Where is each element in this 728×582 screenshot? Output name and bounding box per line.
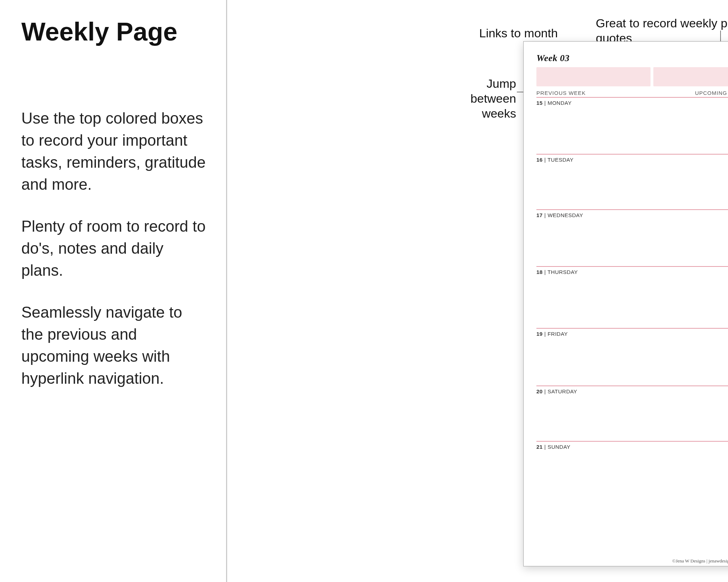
week-label-link[interactable]: Week 03 xyxy=(536,53,569,64)
planner-page: Week 03 JAN 15 - JAN 21 PREVIOUS WEEK UP… xyxy=(523,41,728,566)
previous-week-link[interactable]: PREVIOUS WEEK xyxy=(536,90,586,96)
callout-jump-weeks: Jump between weeks xyxy=(459,76,516,121)
day-block-wednesday[interactable]: 17 | WEDNESDAY xyxy=(536,210,728,267)
planner-header: Week 03 JAN 15 - JAN 21 xyxy=(536,52,728,64)
callout-links-to-month: Links to month xyxy=(479,26,579,41)
week-nav-row: PREVIOUS WEEK UPCOMING WEEK xyxy=(536,89,728,98)
days-column: PREVIOUS WEEK UPCOMING WEEK 15 | MONDAY1… xyxy=(536,89,728,533)
upcoming-week-link[interactable]: UPCOMING WEEK xyxy=(695,90,728,96)
left-description-column: Weekly Page Use the top colored boxes to… xyxy=(0,0,226,582)
priority-boxes-row xyxy=(536,67,728,86)
priority-box-1[interactable] xyxy=(536,67,651,86)
callout-jump-line-3: weeks xyxy=(482,107,516,120)
planner-body: Week 03 JAN 15 - JAN 21 PREVIOUS WEEK UP… xyxy=(524,42,728,566)
desc-para-1: Use the top colored boxes to record your… xyxy=(21,107,206,195)
day-label: 17 | WEDNESDAY xyxy=(536,212,728,218)
description-block: Use the top colored boxes to record your… xyxy=(21,107,206,389)
right-preview-column: Great to record weekly priorities, grati… xyxy=(226,0,728,582)
day-block-sunday[interactable]: 21 | SUNDAY xyxy=(536,442,728,494)
day-block-saturday[interactable]: 20 | SATURDAY xyxy=(536,386,728,442)
priority-box-2[interactable] xyxy=(653,67,728,86)
day-block-friday[interactable]: 19 | FRIDAY xyxy=(536,329,728,386)
day-label: 15 | MONDAY xyxy=(536,100,728,106)
desc-para-3: Seamlessly navigate to the previous and … xyxy=(21,301,206,389)
page-title: Weekly Page xyxy=(21,17,206,46)
planner-content-row: PREVIOUS WEEK UPCOMING WEEK 15 | MONDAY1… xyxy=(536,89,728,533)
callout-jump-line-1: Jump xyxy=(487,77,516,90)
day-label: 20 | SATURDAY xyxy=(536,388,728,394)
day-block-thursday[interactable]: 18 | THURSDAY xyxy=(536,267,728,329)
callout-jump-line-2: between xyxy=(470,92,516,105)
day-label: 21 | SUNDAY xyxy=(536,444,728,450)
day-label: 19 | FRIDAY xyxy=(536,331,728,337)
planner-footer-credit: ©Jena W Designs | jenawdesigns.com xyxy=(524,558,728,564)
desc-para-2: Plenty of room to record to do's, notes … xyxy=(21,215,206,281)
day-label: 16 | TUESDAY xyxy=(536,157,728,163)
day-block-monday[interactable]: 15 | MONDAY xyxy=(536,98,728,155)
day-label: 18 | THURSDAY xyxy=(536,269,728,275)
day-block-tuesday[interactable]: 16 | TUESDAY xyxy=(536,155,728,210)
